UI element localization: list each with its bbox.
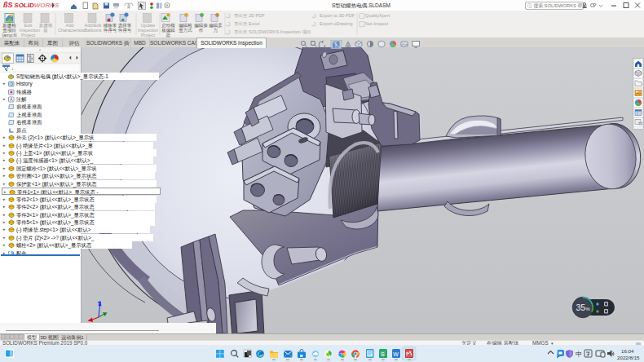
- svg-text:2022/8/15: 2022/8/15: [617, 355, 640, 360]
- svg-text:中: 中: [576, 351, 582, 358]
- svg-text:16:04: 16:04: [621, 348, 634, 354]
- svg-text:W: W: [393, 351, 399, 357]
- svg-text:?: ?: [593, 2, 597, 9]
- svg-text:■: ■: [300, 353, 303, 358]
- svg-text:S: S: [381, 351, 385, 357]
